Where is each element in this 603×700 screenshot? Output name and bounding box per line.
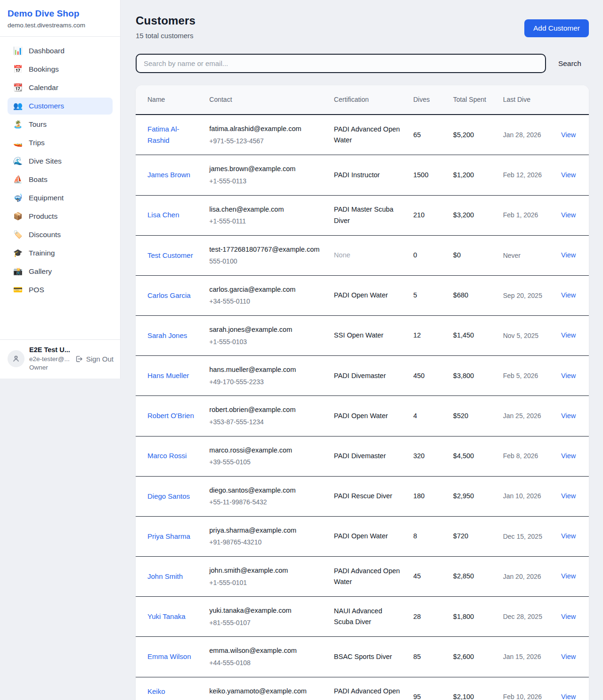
sailboat-icon: ⛵: [13, 176, 23, 183]
table-row: Carlos Garcia carlos.garcia@example.com …: [136, 275, 589, 315]
certification-cell: PADI Divemaster: [328, 436, 407, 476]
dives-cell: 65: [407, 115, 448, 155]
customer-phone: +1-555-0113: [209, 176, 323, 187]
sidebar-item-calendar[interactable]: 📆 Calendar: [8, 79, 113, 96]
table-row: Fatima Al-Rashid fatima.alrashid@example…: [136, 115, 589, 155]
sidebar-item-training[interactable]: 🎓 Training: [8, 245, 113, 262]
people-icon: 👥: [13, 102, 23, 110]
sidebar-item-label: Boats: [29, 175, 48, 184]
sidebar-item-label: Equipment: [29, 194, 64, 202]
dives-cell: 28: [407, 597, 448, 637]
search-button[interactable]: Search: [558, 59, 581, 68]
sidebar-item-gallery[interactable]: 📸 Gallery: [8, 263, 113, 280]
customer-email: lisa.chen@example.com: [209, 204, 323, 215]
sidebar-item-label: Tours: [29, 120, 47, 129]
total-spent-cell: $2,850: [448, 557, 497, 597]
add-customer-button[interactable]: Add Customer: [524, 19, 589, 37]
sidebar-item-label: Dive Sites: [29, 157, 62, 165]
view-link[interactable]: View: [561, 693, 576, 700]
customer-name-link[interactable]: Test Customer: [147, 250, 193, 261]
brand: Demo Dive Shop demo.test.divestreams.com: [0, 0, 120, 37]
sidebar-item-customers[interactable]: 👥 Customers: [8, 98, 113, 115]
total-spent-cell: $720: [448, 516, 497, 556]
customer-name-link[interactable]: Marco Rossi: [147, 450, 187, 461]
sidebar-item-trips[interactable]: 🚤 Trips: [8, 134, 113, 151]
view-link[interactable]: View: [561, 613, 576, 620]
customer-name-link[interactable]: Diego Santos: [147, 491, 190, 502]
sidebar-item-pos[interactable]: 💳 POS: [8, 281, 113, 298]
customer-name-link[interactable]: Keiko Yamamoto: [147, 686, 198, 700]
customer-email: keiko.yamamoto@example.com: [209, 686, 323, 697]
customer-name-link[interactable]: Emma Wilson: [147, 651, 191, 662]
customer-name-link[interactable]: Robert O'Brien: [147, 410, 194, 421]
total-spent-cell: $2,600: [448, 637, 497, 677]
table-row: Priya Sharma priya.sharma@example.com +9…: [136, 516, 589, 556]
search-input[interactable]: [136, 54, 546, 73]
total-spent-cell: $520: [448, 396, 497, 436]
table-row: Hans Mueller hans.mueller@example.com +4…: [136, 356, 589, 396]
certification-cell: PADI Open Water: [328, 516, 407, 556]
certification-cell: PADI Rescue Diver: [328, 476, 407, 516]
table-row: Emma Wilson emma.wilson@example.com +44-…: [136, 637, 589, 677]
customer-name-link[interactable]: James Brown: [147, 169, 190, 181]
table-row: Sarah Jones sarah.jones@example.com +1-5…: [136, 316, 589, 356]
sidebar-item-dive-sites[interactable]: 🌊 Dive Sites: [8, 153, 113, 170]
view-link[interactable]: View: [561, 291, 576, 299]
sidebar-item-discounts[interactable]: 🏷️ Discounts: [8, 226, 113, 243]
sidebar-item-label: Dashboard: [29, 47, 65, 55]
view-link[interactable]: View: [561, 572, 576, 580]
sign-out-button[interactable]: Sign Out: [75, 355, 114, 363]
certification-cell: PADI Master Scuba Diver: [328, 195, 407, 235]
view-link[interactable]: View: [561, 532, 576, 540]
certification-cell: PADI Advanced Open Water: [328, 115, 407, 155]
customer-name-link[interactable]: Carlos Garcia: [147, 290, 191, 301]
table-header-row: NameContactCertificationDivesTotal Spent…: [136, 85, 589, 115]
view-link[interactable]: View: [561, 653, 576, 660]
sidebar-item-label: Training: [29, 249, 55, 257]
sidebar-item-bookings[interactable]: 📅 Bookings: [8, 61, 113, 78]
certification-cell: NAUI Advanced Scuba Diver: [328, 597, 407, 637]
customer-email: james.brown@example.com: [209, 164, 323, 174]
sidebar-item-equipment[interactable]: 🤿 Equipment: [8, 189, 113, 206]
column-header: Name: [136, 85, 204, 115]
view-link[interactable]: View: [561, 331, 576, 339]
view-link[interactable]: View: [561, 412, 576, 420]
view-link[interactable]: View: [561, 251, 576, 259]
dives-cell: 85: [407, 637, 448, 677]
view-link[interactable]: View: [561, 492, 576, 500]
total-spent-cell: $5,200: [448, 115, 497, 155]
customer-name-link[interactable]: John Smith: [147, 571, 183, 582]
view-link[interactable]: View: [561, 452, 576, 460]
view-link[interactable]: View: [561, 131, 576, 139]
dives-cell: 12: [407, 316, 448, 356]
customer-email: carlos.garcia@example.com: [209, 284, 323, 295]
user-icon: [12, 354, 20, 363]
customer-name-link[interactable]: Yuki Tanaka: [147, 611, 186, 622]
customer-phone: +353-87-555-1234: [209, 417, 323, 428]
certification-cell: BSAC Sports Diver: [328, 637, 407, 677]
sidebar-item-dashboard[interactable]: 📊 Dashboard: [8, 42, 113, 59]
total-spent-cell: $1,200: [448, 155, 497, 195]
dives-cell: 180: [407, 476, 448, 516]
dives-cell: 95: [407, 677, 448, 700]
view-link[interactable]: View: [561, 171, 576, 179]
last-dive-cell: Sep 20, 2025: [497, 275, 548, 315]
view-link[interactable]: View: [561, 211, 576, 219]
label-tag-icon: 🏷️: [13, 231, 23, 239]
total-spent-cell: $1,800: [448, 597, 497, 637]
customer-name-link[interactable]: Fatima Al-Rashid: [147, 124, 198, 146]
customer-name-link[interactable]: Priya Sharma: [147, 531, 190, 542]
sidebar-item-boats[interactable]: ⛵ Boats: [8, 171, 113, 188]
view-link[interactable]: View: [561, 372, 576, 379]
sidebar-item-products[interactable]: 📦 Products: [8, 208, 113, 225]
total-spent-cell: $3,800: [448, 356, 497, 396]
customer-name-link[interactable]: Hans Mueller: [147, 370, 189, 381]
sidebar-item-label: Discounts: [29, 231, 61, 239]
sidebar-item-label: Gallery: [29, 267, 52, 276]
certification-cell: PADI Advanced Open Water: [328, 557, 407, 597]
customer-name-link[interactable]: Sarah Jones: [147, 330, 187, 341]
sidebar-item-label: POS: [29, 286, 44, 294]
customer-email: marco.rossi@example.com: [209, 445, 323, 456]
sidebar-item-tours[interactable]: 🏝️ Tours: [8, 116, 113, 133]
customer-name-link[interactable]: Lisa Chen: [147, 209, 179, 221]
